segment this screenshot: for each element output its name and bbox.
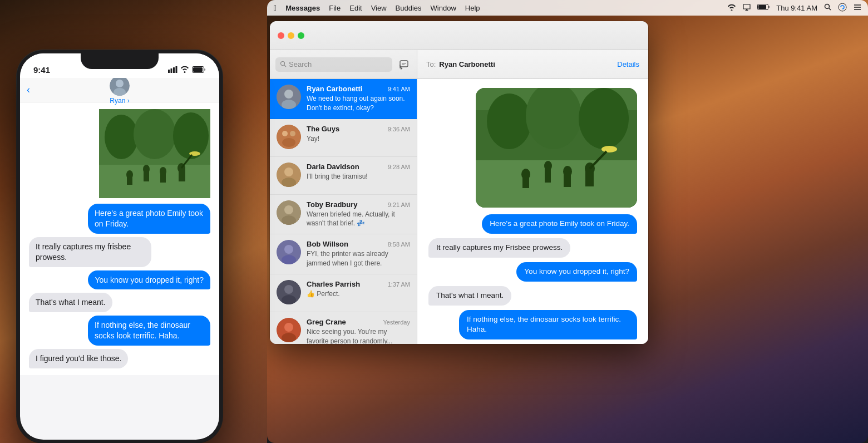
svg-point-18 [290,131,295,136]
iphone-message-received-1: It really captures my frisbee prowess. [29,237,151,267]
compose-button[interactable] [397,57,411,72]
avatar-greg [277,318,301,342]
iphone-message-sent-1: Here's a great photo Emily took on Frida… [88,204,210,234]
window-content: Search [270,50,648,344]
iphone-back-button[interactable]: ‹ [27,84,30,96]
minimize-button[interactable] [288,32,294,39]
svg-point-27 [284,245,293,254]
sidebar-toolbar: Search [270,50,417,79]
menubar:  Messages File Edit View Buddies Window… [267,0,868,16]
chat-to-label: To: [426,60,436,68]
spotlight-icon[interactable] [824,3,831,12]
message-received-2: That's what I meant. [428,286,511,306]
menubar-time: Thu 9:41 AM [776,4,817,12]
menubar-edit[interactable]: Edit [349,4,362,12]
search-icon [280,61,287,68]
iphone-messages: Here's a great photo Emily took on Frida… [20,102,219,375]
conversation-item-charles[interactable]: Charles Parrish 1:37 AM 👍 Perfect. [270,274,417,312]
menubar-window[interactable]: Window [431,4,456,12]
chat-toolbar: To: Ryan Carbonetti Details [417,50,648,79]
iphone-status-icons [168,66,206,73]
conversation-item-greg[interactable]: Greg Crane Yesterday Nice seeing you. Yo… [270,312,417,344]
svg-point-33 [284,323,293,332]
conversation-item-darla[interactable]: Darla Davidson 9:28 AM I'll bring the ti… [270,157,417,195]
iphone-time: 9:41 [33,65,50,75]
conv-body-charles: Charles Parrish 1:37 AM 👍 Perfect. [307,280,410,299]
traffic-lights [278,32,304,39]
close-button[interactable] [278,32,284,39]
conv-time-charles: 1:37 AM [388,281,410,288]
svg-point-24 [284,205,293,214]
svg-line-9 [284,65,286,66]
chat-messages: Here's a great photo Emily took on Frida… [417,79,648,344]
avatar-bob [277,240,301,264]
conversation-item-guys[interactable]: The Guys 9:36 AM Yay! [270,119,417,157]
window-toolbar [270,21,648,50]
conv-body-guys: The Guys 9:36 AM Yay! [307,125,410,144]
conv-name-toby: Toby Bradbury [307,200,358,209]
iphone-contact-avatar [110,76,130,96]
siri-icon[interactable] [838,3,847,13]
svg-rect-75 [160,170,166,183]
svg-rect-1 [758,5,766,9]
conversation-item-bob[interactable]: Bob Willson 8:58 AM FYI, the printer was… [270,234,417,274]
conversation-item-ryan[interactable]: Ryan Carbonetti 9:41 AM We need to hang … [270,79,417,119]
macos-desktop:  Messages File Edit View Buddies Window… [267,0,868,443]
conv-name-darla: Darla Davidson [307,163,359,171]
svg-rect-56 [171,68,172,73]
svg-point-8 [281,61,285,65]
conversation-list: Ryan Carbonetti 9:41 AM We need to hang … [270,79,417,344]
svg-point-62 [116,80,124,87]
menubar-view[interactable]: View [371,4,387,12]
conv-body-ryan: Ryan Carbonetti 9:41 AM We need to hang … [307,85,410,113]
chat-to-name: Ryan Carbonetti [439,60,495,68]
conv-body-greg: Greg Crane Yesterday Nice seeing you. Yo… [307,318,410,344]
menubar-buddies[interactable]: Buddies [396,4,422,12]
message-sent-2: You know you dropped it, right? [516,262,637,282]
svg-rect-66 [99,165,210,198]
conv-preview-charles: 👍 Perfect. [307,289,410,299]
svg-point-42 [487,93,531,149]
apple-menu[interactable]:  [274,3,277,12]
menubar-file[interactable]: File [329,4,341,12]
photo-message [476,88,637,208]
search-placeholder-text: Search [289,60,312,68]
maximize-button[interactable] [298,32,304,39]
conversation-item-toby[interactable]: Toby Bradbury 9:21 AM Warren briefed me.… [270,195,417,235]
conv-time-ryan: 9:41 AM [388,86,410,92]
conv-preview-toby: Warren briefed me. Actually, it wasn't t… [307,210,410,229]
iphone-nav-bar: ‹ Ryan › [20,78,219,102]
wifi-menubar-icon [727,4,736,12]
svg-point-4 [839,3,846,11]
notif-icon[interactable] [854,3,861,13]
svg-rect-55 [168,70,170,73]
search-bar[interactable]: Search [275,57,392,72]
laptop-screen:  Messages File Edit View Buddies Window… [267,0,868,443]
menubar-help[interactable]: Help [465,4,480,12]
conv-body-darla: Darla Davidson 9:28 AM I'll bring the ti… [307,163,410,181]
conv-name-bob: Bob Willson [307,240,348,248]
svg-point-14 [284,90,293,99]
svg-point-68 [134,109,176,159]
svg-rect-40 [476,160,637,208]
iphone-message-sent-3: If nothing else, the dinosaur socks look… [88,316,210,346]
svg-point-67 [105,115,138,159]
conv-time-guys: 9:36 AM [388,126,410,132]
sidebar: Search [270,50,417,344]
conv-time-greg: Yesterday [383,319,410,326]
conv-preview-darla: I'll bring the tiramisu! [307,172,410,181]
iphone-contact-name[interactable]: Ryan › [110,97,129,105]
conv-name-guys: The Guys [307,125,339,133]
conv-body-toby: Toby Bradbury 9:21 AM Warren briefed me.… [307,200,410,229]
message-sent-3: If nothing else, the dinosaur socks look… [459,310,637,340]
menubar-left:  Messages File Edit View Buddies Window… [274,3,727,12]
app-name-menu[interactable]: Messages [285,4,320,12]
conv-time-darla: 9:28 AM [388,164,410,170]
photo-image [476,88,637,208]
details-button[interactable]: Details [617,60,639,68]
conv-body-bob: Bob Willson 8:58 AM FYI, the printer was… [307,240,410,268]
conv-preview-greg: Nice seeing you. You're my favorite pers… [307,327,410,344]
avatar-toby [277,200,301,225]
svg-point-21 [284,168,293,176]
conv-name-charles: Charles Parrish [307,280,360,288]
